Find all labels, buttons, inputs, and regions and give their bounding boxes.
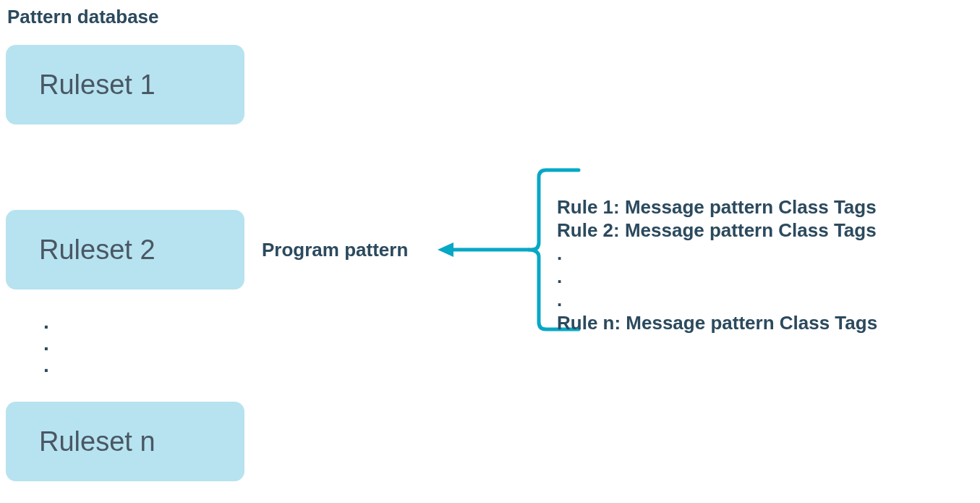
ruleset-2-label: Ruleset 2	[39, 234, 155, 266]
program-pattern-label: Program pattern	[262, 239, 408, 261]
ruleset-n-label: Ruleset n	[39, 426, 155, 457]
rule-n-line: Rule n: Message pattern Class Tags	[557, 311, 877, 334]
ruleset-2-box: Ruleset 2	[6, 210, 244, 289]
pattern-database-title: Pattern database	[7, 6, 159, 28]
rule-2-line: Rule 2: Message pattern Class Tags	[557, 219, 877, 242]
ruleset-1-box: Ruleset 1	[6, 45, 244, 124]
rule-1-line: Rule 1: Message pattern Class Tags	[557, 195, 877, 219]
ruleset-n-box: Ruleset n	[6, 402, 244, 481]
svg-marker-1	[438, 242, 453, 257]
ruleset-1-label: Ruleset 1	[39, 69, 155, 101]
ruleset-ellipsis: . . .	[43, 311, 49, 376]
rules-list: Rule 1: Message pattern Class Tags Rule …	[557, 195, 877, 334]
diagram-canvas: Pattern database Ruleset 1 Ruleset 2 . .…	[0, 0, 980, 503]
rules-ellipsis: . . .	[557, 242, 877, 311]
